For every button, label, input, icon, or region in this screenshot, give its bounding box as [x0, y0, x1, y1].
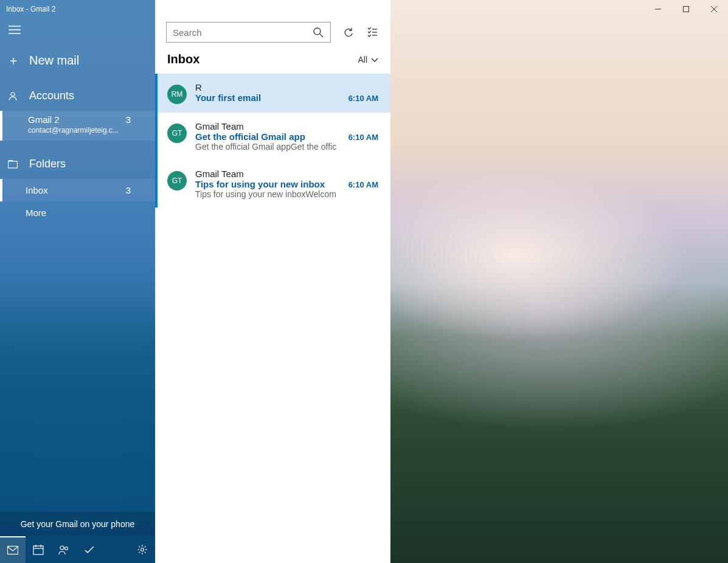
reading-pane: [390, 0, 728, 563]
accounts-label: Accounts: [29, 89, 74, 102]
promo-banner[interactable]: Get your Gmail on your phone: [0, 512, 155, 536]
close-button[interactable]: [700, 0, 728, 18]
message-subject: Tips for using your new inbox: [195, 179, 325, 189]
svg-rect-10: [33, 546, 43, 554]
folder-inbox-label: Inbox: [26, 185, 48, 195]
search-icon[interactable]: [311, 25, 325, 40]
message-time: 6:10 AM: [348, 133, 378, 142]
message-preview: Get the official Gmail appGet the offic: [195, 142, 378, 152]
folder-more-label: More: [26, 208, 46, 218]
message-item[interactable]: GT Gmail Team Tips for using your new in…: [155, 160, 390, 208]
message-list: RM R Your first email 6:10 AM GT Gmail T…: [155, 74, 390, 563]
folders-header[interactable]: Folders: [0, 149, 155, 179]
account-item[interactable]: Gmail 2 3 contact@ragnarmiljeteig.c...: [0, 111, 155, 141]
new-mail-button[interactable]: ＋ New mail: [0, 44, 155, 81]
message-subject: Get the official Gmail app: [195, 131, 305, 142]
avatar: RM: [167, 85, 187, 104]
select-mode-button[interactable]: [365, 25, 380, 40]
svg-rect-8: [9, 161, 18, 168]
promo-text: Get your Gmail on your phone: [21, 519, 135, 529]
avatar: GT: [167, 171, 187, 191]
nav-people-button[interactable]: [51, 536, 77, 563]
filter-dropdown[interactable]: All: [358, 55, 378, 65]
list-toolbar: [155, 18, 390, 46]
search-box[interactable]: [166, 22, 331, 43]
plus-icon: ＋: [7, 52, 18, 69]
svg-line-18: [320, 34, 323, 37]
account-badge: 3: [126, 114, 131, 125]
svg-rect-1: [684, 7, 689, 12]
message-subject: Your first email: [195, 93, 261, 103]
folder-more[interactable]: More: [0, 201, 155, 224]
message-time: 6:10 AM: [348, 94, 378, 103]
person-icon: [7, 91, 18, 101]
message-list-pane: Inbox All RM R Your first email 6:10 AM …: [155, 0, 390, 563]
search-input[interactable]: [173, 27, 311, 38]
svg-point-17: [314, 28, 321, 35]
account-name-label: Gmail 2: [28, 114, 60, 125]
message-sender: Gmail Team: [195, 169, 378, 179]
svg-point-14: [60, 546, 64, 550]
list-title: Inbox: [167, 52, 199, 66]
account-email: contact@ragnarmiljeteig.c...: [28, 126, 148, 135]
nav-mail-button[interactable]: [0, 536, 26, 563]
chevron-down-icon: [371, 55, 378, 65]
message-time: 6:10 AM: [348, 180, 378, 189]
maximize-button[interactable]: [672, 0, 700, 18]
window-title: Inbox - Gmail 2: [0, 5, 55, 13]
list-header: Inbox All: [155, 46, 390, 74]
nav-settings-button[interactable]: [130, 536, 155, 563]
hamburger-button[interactable]: [0, 18, 155, 44]
message-preview: Tips for using your new inboxWelcom: [195, 189, 378, 199]
minimize-button[interactable]: [644, 0, 672, 18]
message-item[interactable]: GT Gmail Team Get the official Gmail app…: [155, 113, 390, 160]
svg-point-7: [11, 93, 15, 96]
folder-icon: [7, 160, 18, 169]
nav-calendar-button[interactable]: [26, 536, 51, 563]
sidebar: ＋ New mail Accounts Gmail 2 3 contact@ra…: [0, 0, 155, 563]
new-mail-label: New mail: [29, 54, 79, 68]
nav-todo-button[interactable]: [77, 536, 102, 563]
folders-label: Folders: [29, 158, 66, 170]
message-item[interactable]: RM R Your first email 6:10 AM: [155, 74, 390, 113]
folder-inbox[interactable]: Inbox 3: [0, 179, 155, 201]
message-sender: Gmail Team: [195, 121, 378, 131]
svg-point-15: [65, 547, 68, 550]
svg-point-16: [141, 548, 144, 551]
accounts-header[interactable]: Accounts: [0, 81, 155, 111]
avatar: GT: [167, 124, 187, 143]
window-controls: [644, 0, 728, 18]
folder-inbox-badge: 3: [126, 185, 131, 195]
filter-label: All: [358, 55, 367, 65]
sync-button[interactable]: [341, 25, 355, 40]
titlebar: Inbox - Gmail 2: [0, 0, 728, 18]
message-sender: R: [195, 82, 378, 93]
bottom-nav: [0, 536, 155, 563]
